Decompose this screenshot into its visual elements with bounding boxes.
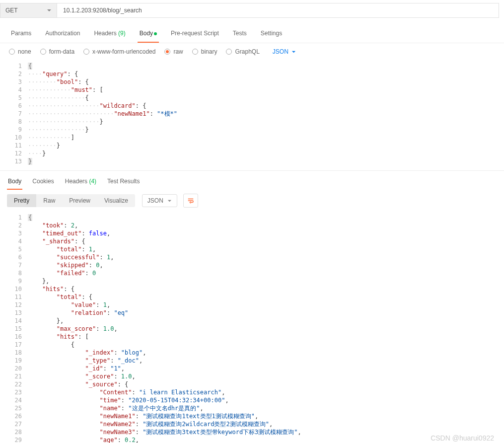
code-content: ········"bool": {: [28, 78, 89, 86]
code-line: 8 "failed": 0: [0, 269, 504, 277]
code-line: 28 "newName3": "测试模糊查询3text类型带keyword下标3…: [0, 428, 504, 436]
line-number: 10: [0, 285, 28, 293]
response-tab-test-results[interactable]: Test Results: [106, 176, 141, 190]
view-preview[interactable]: Preview: [62, 194, 97, 207]
http-method-select[interactable]: GET: [0, 3, 57, 18]
body-type-label: binary: [201, 48, 217, 55]
code-content: },: [28, 277, 49, 285]
body-type-label: form-data: [49, 48, 74, 55]
request-body-editor[interactable]: 1{2····"query": {3········"bool": {4····…: [0, 60, 504, 167]
line-number: 9: [0, 277, 28, 285]
http-method-value: GET: [5, 7, 18, 14]
tab-body[interactable]: Body: [138, 27, 159, 43]
line-number: 18: [0, 349, 28, 357]
code-content: ····}: [28, 149, 46, 157]
radio-icon: [40, 49, 46, 55]
code-line: 11········}: [0, 142, 504, 149]
body-type-form-data[interactable]: form-data: [40, 48, 74, 55]
code-line: 4 "_shards": {: [0, 237, 504, 245]
body-type-binary[interactable]: binary: [192, 48, 217, 55]
code-content: ················{: [28, 94, 89, 102]
body-type-label: none: [18, 48, 31, 55]
code-line: 1{: [0, 214, 504, 222]
tab-tests[interactable]: Tests: [231, 27, 249, 43]
line-number: 3: [0, 78, 28, 86]
line-number: 24: [0, 396, 28, 404]
code-content: ····"query": {: [28, 70, 78, 78]
code-line: 2 "took": 2,: [0, 222, 504, 229]
response-tab-headers[interactable]: Headers (4): [64, 176, 97, 190]
code-content: {: [28, 341, 74, 349]
code-line: 26 "newName1": "测试模糊查询1text类型1测试模糊查询",: [0, 412, 504, 420]
line-number: 14: [0, 317, 28, 325]
code-content: "newName1": "测试模糊查询1text类型1测试模糊查询",: [28, 412, 258, 420]
line-number: 28: [0, 428, 28, 436]
tab-authorization[interactable]: Authorization: [43, 27, 82, 43]
code-content: "total": {: [28, 293, 92, 301]
code-content: "_shards": {: [28, 237, 85, 245]
tab-params[interactable]: Params: [9, 27, 33, 43]
code-content: ············]: [28, 134, 74, 142]
code-line: 9 },: [0, 277, 504, 285]
code-line: 2····"query": {: [0, 70, 504, 78]
response-format-value: JSON: [147, 197, 163, 204]
tab-settings[interactable]: Settings: [259, 27, 284, 43]
code-content: {: [28, 214, 32, 222]
code-line: 11 "total": {: [0, 293, 504, 301]
code-content: "failed": 0: [28, 269, 96, 277]
code-content: }: [28, 157, 32, 165]
code-line: 19 "_type": "_doc",: [0, 357, 504, 365]
view-visualize[interactable]: Visualize: [97, 194, 135, 207]
tab-pre-request-script[interactable]: Pre-request Script: [169, 27, 221, 43]
wrap-lines-button[interactable]: [183, 194, 198, 208]
code-content: "newName2": "测试模糊查询2wildcard类型2测试模糊查询",: [28, 420, 273, 428]
code-line: 24 "time": "2020-05-15T04:32:34+00:00",: [0, 396, 504, 404]
line-number: 5: [0, 245, 28, 253]
body-lang-select[interactable]: JSON: [273, 48, 296, 55]
code-content: "age": 0.2,: [28, 436, 139, 443]
code-line: 5················{: [0, 94, 504, 102]
code-content: "relation": "eq": [28, 309, 128, 317]
response-tab-body[interactable]: Body: [7, 176, 22, 190]
response-tab-cookies[interactable]: Cookies: [31, 176, 55, 190]
line-number: 1: [0, 62, 28, 70]
line-number: 25: [0, 404, 28, 412]
code-content: "skipped": 0,: [28, 261, 103, 269]
code-content: "newName3": "测试模糊查询3text类型带keyword下标3测试模…: [28, 428, 301, 436]
radio-icon: [9, 49, 15, 55]
body-type-raw[interactable]: raw: [164, 48, 183, 55]
code-line: 15 "max_score": 1.0,: [0, 325, 504, 333]
response-toolbar: PrettyRawPreviewVisualize JSON: [0, 190, 504, 212]
code-line: 1{: [0, 62, 504, 70]
code-line: 13 "relation": "eq": [0, 309, 504, 317]
code-content: "_type": "_doc",: [28, 357, 143, 365]
url-bar: GET 10.1.2.203:9208/blog/_search: [0, 0, 504, 21]
line-number: 29: [0, 436, 28, 443]
view-pretty[interactable]: Pretty: [7, 194, 36, 207]
view-raw[interactable]: Raw: [36, 194, 62, 207]
line-number: 7: [0, 110, 28, 118]
response-body-viewer[interactable]: 1{2 "took": 2,3 "timed_out": false,4 "_s…: [0, 212, 504, 443]
body-type-row: noneform-datax-www-form-urlencodedrawbin…: [0, 43, 504, 60]
response-format-select[interactable]: JSON: [142, 194, 177, 207]
code-line: 23 "Content": "i learn Elasticsearch",: [0, 388, 504, 396]
body-type-label: x-www-form-urlencoded: [92, 48, 155, 55]
code-line: 25 "name": "这是个中文名dhr是真的",: [0, 404, 504, 412]
body-type-GraphQL[interactable]: GraphQL: [226, 48, 259, 55]
body-type-none[interactable]: none: [9, 48, 31, 55]
url-input[interactable]: 10.1.2.203:9208/blog/_search: [57, 3, 499, 18]
code-content: "Content": "i learn Elasticsearch",: [28, 388, 225, 396]
line-number: 8: [0, 269, 28, 277]
code-content: "value": 1,: [28, 301, 110, 309]
tab-headers[interactable]: Headers (9): [92, 27, 127, 43]
watermark: CSDN @huarui0922: [431, 434, 494, 442]
line-number: 8: [0, 118, 28, 126]
body-type-x-www-form-urlencoded[interactable]: x-www-form-urlencoded: [83, 48, 155, 55]
radio-icon: [192, 49, 198, 55]
code-content: "hits": [: [28, 333, 89, 341]
code-content: },: [28, 317, 64, 325]
code-line: 18 "_index": "blog",: [0, 349, 504, 357]
code-line: 16 "hits": [: [0, 333, 504, 341]
line-number: 9: [0, 126, 28, 134]
line-number: 17: [0, 341, 28, 349]
